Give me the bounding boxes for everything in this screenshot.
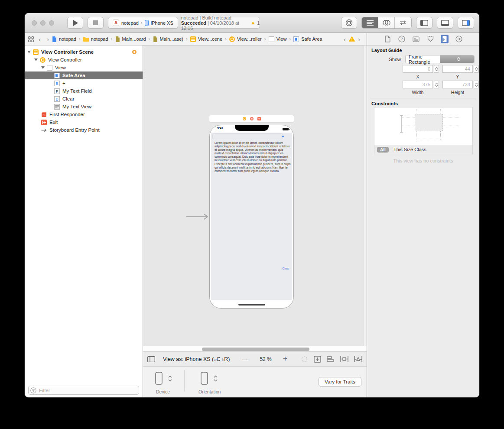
scheme-selector[interactable]: A notepad › iPhone XS [108, 17, 178, 29]
filter-input[interactable] [28, 386, 139, 395]
breadcrumb-scene[interactable]: View...cene [190, 36, 222, 42]
stepper-chevrons-icon[interactable] [213, 375, 218, 382]
disclosure-triangle-icon[interactable] [34, 58, 38, 61]
utilities-panel: ? Layout Guide Show Fram [367, 33, 479, 397]
standard-editor-button[interactable] [362, 17, 378, 28]
tab-connections-inspector[interactable] [455, 35, 463, 43]
toggle-inspectors-button[interactable] [458, 17, 474, 29]
height-field[interactable]: 734 [442, 81, 473, 88]
outline-row-view[interactable]: View [25, 64, 143, 72]
zoom-in-button[interactable]: + [283, 354, 288, 364]
disclosure-triangle-icon[interactable] [41, 66, 45, 69]
assistant-editor-button[interactable] [378, 17, 395, 28]
exit-icon [41, 120, 47, 125]
version-editor-icon [399, 20, 407, 25]
editor-area: ‹ › notepad › notepad › Main...oard › Ma… [25, 33, 367, 397]
zoom-level[interactable]: 52 % [260, 356, 271, 362]
orientation-picker[interactable] [201, 372, 218, 385]
canvas-horizontal-scrollbar[interactable] [143, 346, 367, 351]
first-responder-dock-icon[interactable] [250, 117, 254, 120]
warning-icon[interactable] [251, 20, 255, 26]
close-window-button[interactable] [32, 20, 37, 26]
scene-icon [33, 49, 39, 55]
x-stepper[interactable] [434, 65, 439, 73]
breadcrumb-folder[interactable]: notepad [83, 36, 108, 42]
tab-identity-inspector[interactable] [412, 35, 420, 43]
minimize-window-button[interactable] [40, 20, 46, 26]
zoom-window-button[interactable] [49, 20, 54, 26]
all-size-class-badge[interactable]: All [377, 147, 389, 153]
width-field[interactable]: 375 [403, 81, 433, 88]
breadcrumb-storyboard-base[interactable]: Main...ase) [153, 36, 183, 42]
outline-row-entry-point[interactable]: Storyboard Entry Point [25, 126, 143, 134]
stop-button[interactable] [88, 17, 104, 29]
toggle-outline-button[interactable] [147, 356, 155, 362]
disclosure-triangle-icon[interactable] [27, 51, 31, 53]
outline-row-scene[interactable]: View Controller Scene [25, 48, 143, 56]
svg-text:?: ? [400, 37, 403, 41]
device-picker[interactable] [155, 372, 172, 385]
zoom-out-button[interactable]: — [242, 355, 248, 363]
clear-button[interactable]: Clear [282, 267, 289, 270]
x-field[interactable]: 0 [403, 65, 433, 73]
storyboard-entry-point-arrow[interactable] [186, 214, 209, 220]
breadcrumb-storyboard[interactable]: Main...oard [115, 36, 146, 42]
outline-row-text-field[interactable]: F My Text Field [25, 87, 143, 95]
safe-area-icon [54, 73, 60, 78]
run-button[interactable] [67, 17, 83, 29]
breadcrumb-view-controller[interactable]: View...roller [229, 36, 262, 42]
outline-row-view-controller[interactable]: View Controller [25, 56, 143, 64]
toggle-debug-area-button[interactable] [437, 17, 453, 29]
jumpbar-back-button[interactable]: ‹ [39, 36, 41, 42]
vary-for-traits-button[interactable]: Vary for Traits [319, 377, 361, 387]
view-as-label[interactable]: View as: iPhone XS (wC hR) [163, 356, 230, 362]
version-editor-button[interactable] [395, 17, 411, 28]
show-dropdown[interactable]: Frame Rectangle [405, 55, 475, 63]
outline-row-exit[interactable]: Exit [25, 118, 143, 126]
view-controller-dock-icon[interactable] [243, 117, 246, 120]
exit-dock-icon[interactable] [257, 117, 261, 120]
width-label: Width [403, 90, 433, 95]
breadcrumb-project[interactable]: notepad [52, 36, 76, 42]
layout-guide-title: Layout Guide [371, 48, 402, 53]
y-label: Y [442, 74, 473, 79]
height-stepper[interactable] [474, 81, 479, 88]
tab-quick-help[interactable]: ? [398, 35, 406, 43]
breadcrumb-safe-area[interactable]: Safe Area [293, 36, 322, 42]
scrollbar-thumb[interactable] [202, 348, 309, 351]
my-text-field[interactable] [212, 133, 283, 139]
outline-row-clear-button[interactable]: B Clear [25, 95, 143, 103]
canvas-bottom-bar: View as: iPhone XS (wC hR) — 52 % + [143, 351, 367, 366]
y-stepper[interactable] [474, 65, 479, 73]
jumpbar-forward-button[interactable]: › [47, 36, 49, 42]
library-button[interactable] [341, 17, 357, 29]
breadcrumb-view[interactable]: View [269, 36, 287, 42]
embed-in-stack-icon[interactable] [314, 356, 321, 363]
add-constraints-icon[interactable] [340, 356, 348, 362]
outline-row-first-responder[interactable]: 1 First Responder [25, 110, 143, 118]
width-stepper[interactable] [434, 81, 439, 88]
height-label: Height [442, 90, 473, 95]
update-frames-icon[interactable] [301, 356, 308, 363]
related-items-icon[interactable] [28, 36, 34, 42]
outline-row-text-view[interactable]: My Text View [25, 103, 143, 110]
outline-row-safe-area[interactable]: Safe Area [25, 72, 143, 79]
previous-issue-button[interactable]: ‹ [344, 36, 346, 42]
tab-attributes-inspector[interactable] [426, 35, 434, 43]
plus-button-handle-dot[interactable] [282, 136, 284, 137]
stepper-chevrons-icon[interactable] [168, 375, 172, 382]
tab-size-inspector[interactable] [441, 35, 449, 43]
storyboard-canvas[interactable]: 9:41 Lorem ipsum dolor sit er elit lamet… [143, 46, 367, 346]
resolve-autolayout-icon[interactable] [354, 356, 362, 362]
outline-row-plus-button[interactable]: B + [25, 79, 143, 87]
iphone-xs-scene[interactable]: 9:41 Lorem ipsum dolor sit er elit lamet… [209, 125, 294, 309]
y-field[interactable]: 44 [442, 65, 473, 73]
tab-file-inspector[interactable] [384, 35, 391, 43]
align-icon[interactable] [327, 356, 335, 362]
canvas-vertical-scrollbar[interactable] [364, 46, 367, 346]
issue-warning-icon[interactable] [349, 36, 355, 42]
navigator-panel-icon [420, 20, 428, 26]
toggle-navigator-button[interactable] [416, 17, 432, 29]
my-text-view[interactable]: Lorem ipsum dolor sit er elit lamet, con… [215, 141, 291, 173]
next-issue-button[interactable]: › [358, 36, 360, 42]
